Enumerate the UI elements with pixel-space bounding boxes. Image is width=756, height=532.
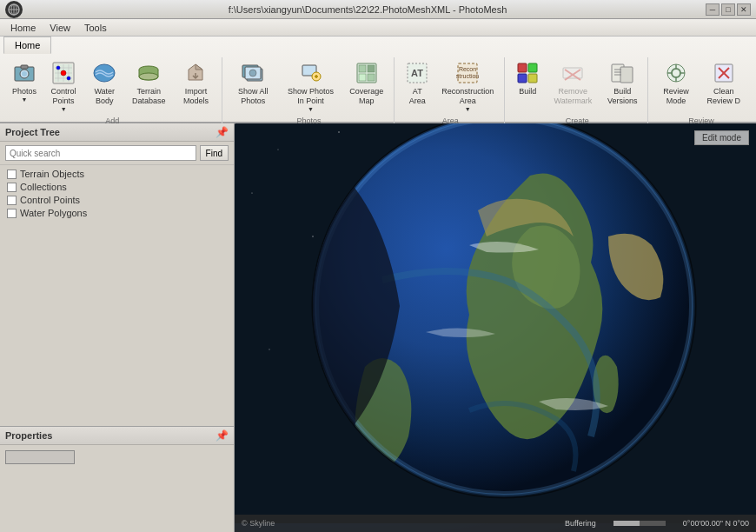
tree-item-collections[interactable]: Collections: [7, 182, 227, 192]
svg-text:Recon: Recon: [459, 66, 476, 72]
review-mode-icon: [664, 61, 688, 85]
terrain-database-button[interactable]: Terrain Database: [125, 57, 172, 109]
terrain-database-icon: [136, 61, 161, 85]
terrain-database-label: Terrain Database: [129, 87, 168, 106]
project-tree-header: Project Tree 📌: [0, 123, 234, 142]
menu-view[interactable]: View: [43, 21, 77, 35]
svg-point-72: [269, 349, 269, 349]
svg-text:struction: struction: [456, 73, 480, 79]
svg-marker-23: [196, 64, 202, 70]
checkbox-water-polygons[interactable]: [7, 209, 17, 218]
remove-watermark-label: Remove Watermark: [551, 87, 594, 106]
edit-mode-badge: Edit mode: [694, 130, 749, 145]
reconstruction-area-label: Reconstruction Area: [441, 87, 494, 106]
show-all-photos-button[interactable]: Show All Photos: [229, 57, 277, 109]
close-button[interactable]: ✕: [737, 3, 751, 16]
coverage-map-button[interactable]: Coverage Map: [344, 57, 388, 109]
checkbox-control-points[interactable]: [7, 196, 17, 205]
clean-review-button[interactable]: Clean Review D: [700, 57, 747, 109]
tree-item-terrain-objects-label: Terrain Objects: [20, 169, 84, 179]
water-body-button[interactable]: Water Body: [87, 57, 122, 109]
search-input[interactable]: [5, 145, 196, 161]
find-button[interactable]: Find: [200, 145, 229, 161]
svg-point-67: [338, 131, 339, 132]
coordinates: 0°00'00.00" N 0°00: [683, 519, 749, 528]
svg-rect-44: [528, 63, 537, 72]
svg-point-7: [22, 71, 27, 76]
import-models-icon: [183, 61, 208, 85]
pin-button[interactable]: 📌: [216, 126, 229, 138]
globe-svg: [235, 123, 756, 523]
main-layout: Project Tree 📌 Find Terrain Objects Coll…: [0, 123, 756, 532]
clean-review-icon: [712, 61, 736, 85]
build-versions-icon: [610, 61, 634, 85]
svg-rect-36: [359, 74, 366, 81]
minimize-button[interactable]: ─: [706, 3, 720, 16]
ribbon-group-photos-items: Show All Photos Show Photos In Point ▼: [229, 57, 389, 115]
show-all-photos-label: Show All Photos: [234, 87, 273, 106]
ribbon-tabs: Home: [0, 37, 756, 54]
menu-tools[interactable]: Tools: [77, 21, 114, 35]
tree-item-water-polygons[interactable]: Water Polygons: [7, 208, 227, 218]
remove-watermark-icon: [560, 61, 585, 85]
svg-point-28: [249, 70, 256, 76]
review-mode-button[interactable]: Review Mode: [655, 57, 696, 109]
checkbox-collections[interactable]: [7, 183, 17, 192]
svg-rect-46: [528, 74, 537, 83]
import-models-button[interactable]: Import Models: [176, 57, 216, 109]
build-label: Build: [519, 87, 536, 96]
maximize-button[interactable]: □: [721, 3, 735, 16]
tree-item-control-points[interactable]: Control Points: [7, 195, 227, 205]
search-row: Find: [0, 142, 234, 165]
properties-title: Properties: [5, 430, 52, 441]
svg-rect-35: [368, 65, 375, 72]
ribbon-group-area: AT AT Area Recon struction Reconstructio…: [396, 57, 505, 127]
build-icon: [515, 61, 540, 85]
viewport[interactable]: Edit mode © Skyline Buffering 0°00'00.00…: [235, 123, 756, 532]
reconstruction-area-button[interactable]: Recon struction Reconstruction Area ▼: [436, 57, 499, 115]
ribbon-group-review: Review Mode Clean Review D Review: [650, 57, 753, 127]
photos-button[interactable]: Photos ▼: [9, 57, 40, 105]
water-body-label: Water Body: [91, 87, 117, 106]
properties-header: Properties 📌: [0, 427, 234, 445]
svg-point-70: [312, 236, 314, 237]
tree-item-collections-label: Collections: [20, 182, 67, 192]
menu-home[interactable]: Home: [3, 21, 43, 35]
at-area-icon: AT: [405, 61, 429, 85]
ribbon-group-create-items: Build Remove Watermark: [512, 57, 642, 115]
svg-text:AT: AT: [411, 68, 423, 78]
show-photos-in-point-button[interactable]: Show Photos In Point ▼: [281, 57, 342, 115]
remove-watermark-button: Remove Watermark: [547, 57, 599, 109]
control-points-button[interactable]: Control Points ▼: [43, 57, 83, 115]
properties-pin-button[interactable]: 📌: [216, 429, 229, 442]
viewport-status: © Skyline Buffering 0°00'00.00" N 0°00: [235, 515, 756, 532]
coverage-map-label: Coverage Map: [348, 87, 384, 106]
svg-point-17: [56, 66, 60, 70]
tab-home[interactable]: Home: [3, 37, 51, 54]
ribbon-group-area-items: AT AT Area Recon struction Reconstructio…: [401, 57, 499, 115]
window-controls[interactable]: ─ □ ✕: [706, 3, 751, 16]
svg-point-18: [67, 76, 70, 80]
ribbon: Home Photos ▼: [0, 37, 756, 123]
checkbox-terrain-objects[interactable]: [7, 170, 17, 179]
svg-point-69: [251, 192, 252, 193]
properties-input[interactable]: [5, 450, 75, 464]
svg-rect-34: [359, 65, 366, 72]
control-points-icon: [51, 61, 76, 85]
project-tree-title: Project Tree: [5, 127, 60, 137]
build-versions-button[interactable]: Build Versions: [602, 57, 642, 109]
svg-rect-43: [518, 63, 527, 72]
properties-content: [0, 445, 234, 532]
build-button[interactable]: Build: [512, 57, 543, 99]
reconstruction-area-icon: Recon struction: [455, 61, 480, 85]
at-area-button[interactable]: AT AT Area: [401, 57, 433, 109]
ribbon-group-create: Build Remove Watermark: [507, 57, 648, 127]
window-title: f:\Users\xiangyun\Documents\22\22.PhotoM…: [30, 4, 706, 15]
import-models-label: Import Models: [180, 87, 212, 106]
ribbon-group-review-items: Review Mode Clean Review D: [655, 57, 747, 115]
svg-rect-45: [518, 74, 527, 83]
tree-item-terrain-objects[interactable]: Terrain Objects: [7, 169, 227, 179]
ribbon-group-add-items: Photos ▼: [9, 57, 216, 115]
svg-point-21: [139, 73, 158, 80]
coverage-map-icon: [355, 61, 379, 85]
